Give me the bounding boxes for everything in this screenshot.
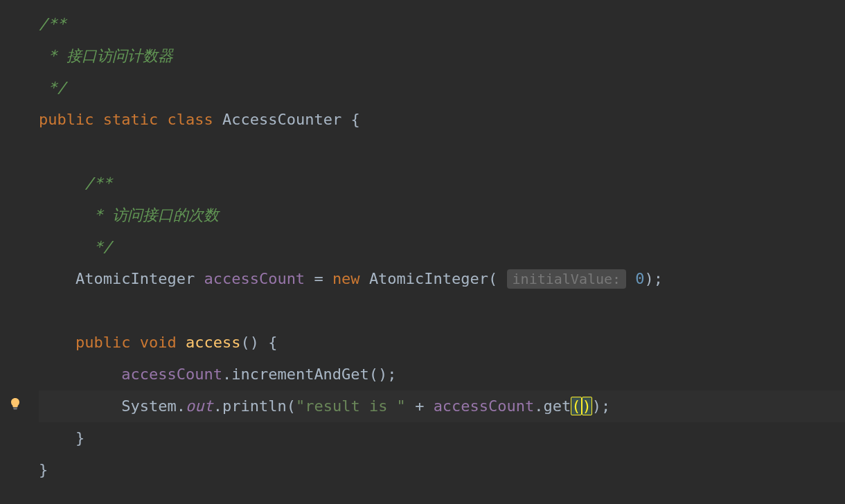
comment-open: /** xyxy=(39,15,66,33)
literal-zero: 0 xyxy=(635,270,644,287)
code-line: public static class AccessCounter { xyxy=(39,104,845,136)
keyword-void: void xyxy=(140,334,177,351)
field-access-count: accessCount xyxy=(204,270,305,287)
open-paren: ( xyxy=(240,334,249,351)
close-paren: ) xyxy=(645,270,654,287)
open-paren: ( xyxy=(287,397,296,415)
close-paren: ) xyxy=(250,334,259,351)
code-line xyxy=(39,295,845,327)
keyword-public: public xyxy=(39,111,94,128)
keyword-class: class xyxy=(167,111,213,128)
dot: . xyxy=(177,397,186,415)
code-line: */ xyxy=(39,72,845,104)
method-get: get xyxy=(544,397,571,415)
open-paren: ( xyxy=(369,366,378,383)
semicolon: ; xyxy=(601,397,610,415)
method-access: access xyxy=(186,334,240,351)
comment-close: */ xyxy=(84,238,112,255)
code-line xyxy=(39,136,845,168)
dot: . xyxy=(222,366,231,383)
close-paren: ) xyxy=(378,366,387,383)
comment-close: */ xyxy=(39,79,66,96)
class-name: AccessCounter xyxy=(222,111,341,128)
comment-body: * 访问接口的次数 xyxy=(84,206,219,224)
code-line: * 接口访问计数器 xyxy=(39,40,845,72)
open-paren-highlighted: ( xyxy=(571,397,581,415)
close-paren-highlighted: ) xyxy=(582,397,592,415)
code-line: * 访问接口的次数 xyxy=(39,199,845,231)
field-access-count: accessCount xyxy=(121,366,222,383)
comment-body: * 接口访问计数器 xyxy=(39,47,173,64)
open-paren: ( xyxy=(488,270,497,287)
keyword-public: public xyxy=(75,334,130,351)
code-line: accessCount.incrementAndGet(); xyxy=(39,359,845,390)
semicolon: ; xyxy=(654,270,663,287)
code-line: } xyxy=(39,454,845,486)
method-increment: incrementAndGet xyxy=(231,366,369,383)
code-line: /** xyxy=(39,168,845,199)
comment-open: /** xyxy=(84,174,112,192)
constructor-atomic-integer: AtomicInteger xyxy=(369,270,488,287)
open-brace: { xyxy=(268,334,277,351)
dot: . xyxy=(213,397,222,415)
semicolon: ; xyxy=(387,366,396,383)
close-brace: } xyxy=(39,461,48,478)
code-line-active: System.out.println("result is " + access… xyxy=(39,390,845,422)
dot: . xyxy=(534,397,543,415)
code-line: AtomicInteger accessCount = new AtomicIn… xyxy=(39,263,845,295)
param-hint-initial-value: initialValue: xyxy=(507,269,627,289)
type-atomic-integer: AtomicInteger xyxy=(75,270,195,287)
string-literal: "result is " xyxy=(296,397,406,415)
open-brace: { xyxy=(350,111,359,128)
code-editor[interactable]: /** * 接口访问计数器 */ public static class Acc… xyxy=(0,0,845,486)
field-out: out xyxy=(186,397,213,415)
close-brace: } xyxy=(75,429,84,447)
plus-op: + xyxy=(415,397,424,415)
field-access-count: accessCount xyxy=(434,397,535,415)
keyword-static: static xyxy=(103,111,158,128)
method-println: println xyxy=(222,397,287,415)
code-line: /** xyxy=(39,8,845,40)
close-paren: ) xyxy=(592,397,601,415)
equals-op: = xyxy=(314,270,323,287)
keyword-new: new xyxy=(332,270,360,287)
code-line: } xyxy=(39,422,845,454)
code-line: */ xyxy=(39,231,845,263)
class-system: System xyxy=(121,397,176,415)
code-line: public void access() { xyxy=(39,327,845,359)
